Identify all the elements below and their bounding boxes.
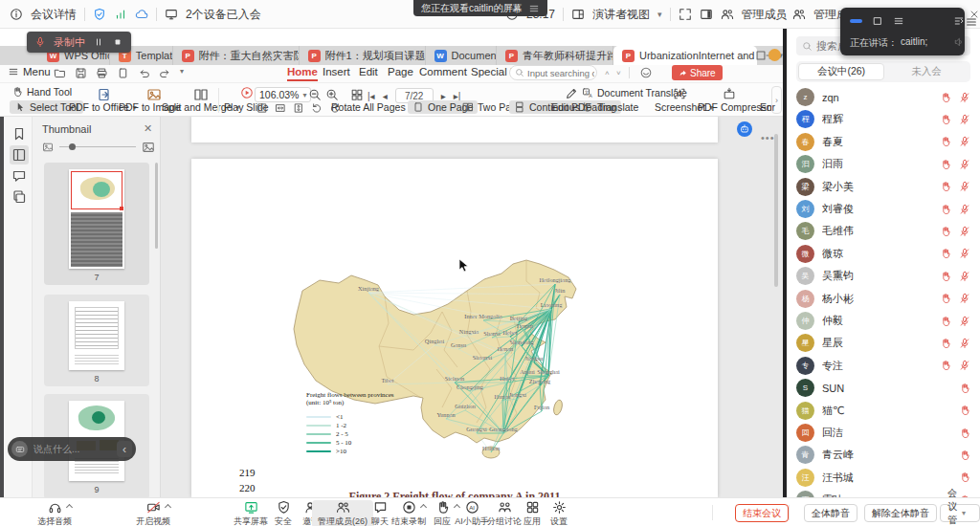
menu-hamburger-icon[interactable] [8, 66, 19, 77]
slider-handle[interactable] [69, 143, 76, 150]
more-options-dots[interactable]: ••• [761, 132, 775, 143]
thumbnail-panel-icon[interactable] [10, 145, 29, 164]
raise-hand-icon[interactable] [959, 427, 970, 439]
manage-members-button[interactable]: 管理成员 [742, 7, 788, 23]
sidebar-toggle-icon[interactable] [700, 8, 713, 21]
member-row[interactable]: 仲仲毅 [787, 310, 980, 332]
member-row[interactable]: 星星辰 [787, 332, 980, 354]
network-signal-icon[interactable] [114, 8, 127, 21]
member-row[interactable]: 汪汪书城 [787, 467, 980, 489]
expand-toolbar-chevron[interactable]: › [771, 86, 782, 114]
fit-height-icon[interactable] [293, 102, 304, 114]
bookmark-panel-icon[interactable] [11, 126, 27, 142]
devices-joined-label[interactable]: 2个设备已入会 [186, 7, 261, 23]
tab-insert[interactable]: Insert [323, 66, 350, 77]
tab-pdf-share[interactable]: P 青年教师科研提升路径分享.pp [497, 46, 613, 65]
raise-hand-icon[interactable] [940, 360, 951, 371]
next-page-button[interactable]: ▸ [441, 91, 446, 101]
mute-all-button[interactable]: 全体静音 [804, 504, 858, 522]
undo-icon[interactable] [138, 67, 150, 79]
search-prev-caret[interactable]: ˄ [605, 69, 610, 77]
view-mode-dropdown[interactable]: 演讲者视图 [592, 7, 650, 23]
save-icon[interactable] [75, 67, 87, 79]
mic-off-icon[interactable] [959, 248, 970, 259]
mic-off-icon[interactable] [959, 136, 970, 147]
mic-off-icon[interactable] [959, 226, 970, 237]
search-next-caret[interactable]: ˅ [616, 69, 621, 77]
extract-panel-icon[interactable] [11, 189, 27, 205]
translate-button[interactable]: Translate [582, 101, 638, 113]
pdf-page-7[interactable]: XinjiangTibetQinghaiGansuNingxiaInner Mo… [191, 159, 718, 497]
stop-recording-icon[interactable] [112, 36, 123, 48]
zoom-out-icon[interactable] [308, 88, 322, 101]
tab-edit[interactable]: Edit [359, 66, 378, 77]
member-row[interactable]: 梁梁小美 [787, 176, 980, 198]
member-row[interactable]: 专专注 [787, 355, 980, 377]
raise-hand-icon[interactable] [940, 181, 951, 192]
cloud-icon[interactable] [135, 8, 148, 21]
member-row[interactable]: 吴吴熏钧 [787, 265, 980, 287]
member-row[interactable]: 猫猫℃ [787, 400, 980, 422]
thumbnail-scrollbar[interactable] [155, 163, 158, 249]
search-box[interactable] [509, 65, 597, 80]
mic-off-icon[interactable] [959, 159, 970, 170]
prev-page-button[interactable]: ◂ [383, 91, 388, 101]
search-input[interactable] [527, 68, 594, 78]
member-row[interactable]: zzqn [787, 86, 980, 108]
rotate-all-pages-button[interactable]: Rotate All Pages [331, 101, 406, 113]
member-row[interactable]: 毛毛维伟 [787, 220, 980, 242]
member-row[interactable]: SSUN [787, 377, 980, 399]
open-file-icon[interactable] [54, 67, 66, 79]
member-row[interactable]: 汩汩雨 [787, 153, 980, 175]
raise-hand-icon[interactable] [940, 92, 951, 103]
raise-hand-icon[interactable] [940, 338, 951, 349]
account-avatar[interactable] [768, 49, 781, 61]
select-audio-button[interactable]: 选择音频 [24, 500, 85, 526]
zoom-in-icon[interactable] [325, 88, 339, 101]
tab-document6[interactable]: W Document6 [426, 46, 497, 65]
tab-urbanization-active[interactable]: P UrbanizationInternet and 1 ✕ [613, 46, 757, 65]
print-preview-icon[interactable] [117, 67, 129, 79]
print-icon[interactable] [96, 67, 108, 79]
raise-hand-icon[interactable] [940, 204, 951, 215]
mic-off-icon[interactable] [959, 271, 970, 282]
mic-off-icon[interactable] [959, 92, 970, 103]
settings-button[interactable]: 设置 [528, 500, 590, 526]
tab-pdf-attachment[interactable]: P 附件：重大自然灾害防控与公共安 [173, 46, 300, 65]
raise-hand-icon[interactable] [959, 405, 970, 416]
collapse-panel-icon[interactable] [953, 15, 965, 27]
member-row[interactable]: 春春夏 [787, 131, 980, 153]
first-page-button[interactable]: |◂ [368, 91, 375, 101]
end-meeting-button[interactable]: 结束会议 [735, 504, 789, 522]
raise-hand-icon[interactable] [940, 293, 951, 304]
danmaku-input-pill[interactable]: 说点什么... ‹ [8, 437, 136, 461]
mic-off-icon[interactable] [959, 293, 970, 304]
menu-button[interactable]: Menu [23, 66, 51, 77]
tab-not-joined[interactable]: 未入会 [884, 63, 969, 80]
mic-off-icon[interactable] [959, 360, 970, 371]
meeting-info-button[interactable]: 会议详情 [31, 7, 77, 23]
list-view-icon[interactable] [893, 15, 904, 27]
member-row[interactable]: 程程辉 [787, 108, 980, 130]
restore-layout-icon[interactable] [872, 15, 883, 27]
zoom-level-select[interactable]: 106.03%▾ [255, 87, 311, 102]
raise-hand-icon[interactable] [959, 471, 970, 483]
raise-hand-icon[interactable] [959, 449, 970, 461]
tab-home[interactable]: Home [287, 66, 318, 81]
wps-ai-assistant-button[interactable] [737, 121, 752, 137]
member-row[interactable]: 微微琼 [787, 243, 980, 265]
tab-in-meeting[interactable]: 会议中(26) [798, 63, 884, 80]
tab-pdf-attachment-1[interactable]: P 附件1：规划项目课题指南.pdf [300, 46, 426, 65]
large-thumbnails-icon[interactable] [142, 141, 155, 154]
tab-comment[interactable]: Comment [419, 66, 467, 77]
page-thumbnail-8[interactable]: 8 [44, 295, 149, 386]
member-row[interactable]: 刘刘睿俊 [787, 198, 980, 220]
collapse-pill-chevron[interactable]: ‹ [117, 441, 132, 457]
page-thumbnail-7[interactable]: 7 [44, 163, 149, 285]
raise-hand-icon[interactable] [959, 383, 970, 394]
member-row[interactable]: 青青云峰 [787, 444, 980, 466]
restore-window-icon[interactable] [754, 49, 768, 62]
close-thumbnail-panel-icon[interactable]: ✕ [144, 122, 152, 135]
raise-hand-icon[interactable] [940, 114, 951, 125]
minimize-bar-icon[interactable] [850, 19, 862, 23]
